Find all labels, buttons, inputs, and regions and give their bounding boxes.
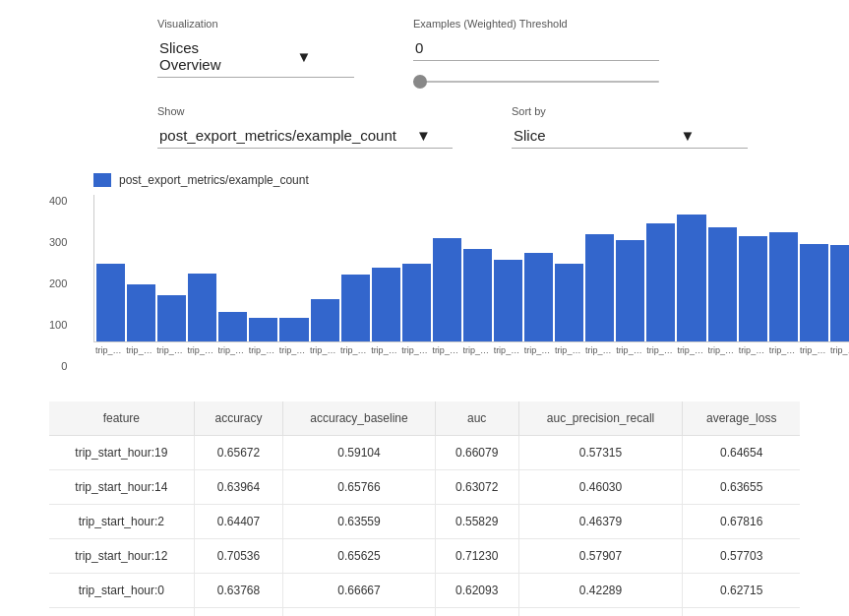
chart-bar[interactable]: [433, 238, 461, 341]
chart-bar[interactable]: [708, 227, 737, 341]
chart-bar[interactable]: [218, 312, 247, 341]
legend-label: post_export_metrics/example_count: [119, 173, 309, 187]
visualization-value: Slices Overview: [159, 39, 256, 73]
x-axis-label: trip_s...: [769, 345, 798, 355]
bars-container: [93, 195, 849, 342]
chart-section: post_export_metrics/example_count 400300…: [0, 163, 849, 382]
chart-legend: post_export_metrics/example_count: [93, 173, 819, 187]
x-axis-label: trip_s...: [340, 345, 369, 355]
legend-color-block: [93, 173, 111, 187]
threshold-slider-container: [413, 71, 659, 86]
show-dropdown[interactable]: post_export_metrics/example_count ▼: [157, 123, 453, 149]
table-column-header: feature: [49, 401, 194, 436]
bar-wrapper: [127, 284, 155, 341]
chart-bar[interactable]: [249, 318, 277, 341]
chart-bar[interactable]: [830, 245, 849, 341]
x-axis-label: trip_s...: [187, 345, 215, 355]
sortby-group: Sort by Slice ▼: [512, 105, 748, 149]
metric-cell: 0.66016: [194, 608, 283, 617]
x-labels: trip_s...trip_s...trip_s...trip_s...trip…: [93, 345, 849, 355]
bar-wrapper: [249, 318, 277, 341]
bar-wrapper: [341, 275, 370, 341]
show-arrow-icon: ▼: [396, 128, 451, 144]
table-row: trip_start_hour:190.656720.591040.660790…: [49, 436, 800, 470]
bar-wrapper: [402, 264, 431, 341]
metric-cell: 0.57703: [683, 539, 800, 574]
table-row: trip_start_hour:120.705360.656250.712300…: [49, 539, 800, 574]
bar-wrapper: [279, 318, 308, 341]
bar-wrapper: [769, 232, 798, 341]
metric-cell: 0.63768: [194, 574, 283, 608]
bar-wrapper: [372, 268, 400, 341]
data-table: featureaccuracyaccuracy_baselineaucauc_p…: [49, 401, 800, 616]
metric-cell: 0.65142: [683, 608, 800, 617]
metric-cell: 0.57315: [518, 436, 683, 470]
sortby-value: Slice: [514, 127, 630, 144]
table-row: trip_start_hour:20.644070.635590.558290.…: [49, 505, 800, 539]
x-axis-label: trip_s...: [432, 345, 460, 355]
chart-bar[interactable]: [616, 240, 644, 341]
chart-bar[interactable]: [494, 260, 522, 341]
chart-bar[interactable]: [585, 234, 614, 341]
chart-bar[interactable]: [524, 253, 553, 341]
metric-cell: 0.42289: [518, 574, 683, 608]
metric-cell: 0.65766: [283, 470, 435, 505]
y-axis-label: 200: [49, 277, 67, 289]
chart-bar[interactable]: [157, 295, 186, 341]
metric-cell: 0.66667: [283, 574, 435, 608]
metric-cell: 0.67816: [683, 505, 800, 539]
metric-cell: 0.63964: [194, 470, 283, 505]
sortby-arrow-icon: ▼: [630, 128, 746, 144]
chart-bar[interactable]: [372, 268, 400, 341]
chart-bar[interactable]: [279, 318, 308, 341]
bar-wrapper: [311, 299, 339, 341]
visualization-label: Visualization: [157, 18, 354, 30]
bar-wrapper: [494, 260, 522, 341]
sortby-label: Sort by: [512, 105, 748, 117]
metric-cell: 0.66079: [435, 436, 518, 470]
bar-wrapper: [830, 245, 849, 341]
chart-bar[interactable]: [402, 264, 431, 341]
y-axis-label: 100: [49, 319, 67, 331]
threshold-slider[interactable]: [413, 81, 659, 83]
metric-cell: 0.64654: [683, 436, 800, 470]
chart-bar[interactable]: [96, 264, 125, 341]
x-axis-label: trip_s...: [616, 345, 644, 355]
metric-cell: 0.57907: [518, 539, 683, 574]
metric-cell: 0.55829: [435, 505, 518, 539]
metric-cell: 0.64844: [283, 608, 435, 617]
chart-bar[interactable]: [800, 244, 828, 341]
sortby-dropdown[interactable]: Slice ▼: [512, 123, 748, 149]
bar-wrapper: [739, 236, 767, 341]
chart-bar[interactable]: [188, 274, 216, 341]
bar-wrapper: [677, 215, 705, 341]
metric-cell: 0.46030: [518, 470, 683, 505]
x-axis-label: trip_s...: [95, 345, 124, 355]
table-header-row: featureaccuracyaccuracy_baselineaucauc_p…: [49, 401, 800, 436]
chart-bar[interactable]: [127, 284, 155, 341]
chart-bar[interactable]: [341, 275, 370, 341]
y-axis-label: 0: [61, 360, 67, 372]
second-controls: Show post_export_metrics/example_count ▼…: [0, 95, 849, 158]
threshold-label: Examples (Weighted) Threshold: [413, 18, 659, 30]
chart-bar[interactable]: [311, 299, 339, 341]
show-label: Show: [157, 105, 453, 117]
chart-area: 4003002001000 trip_s...trip_s...trip_s..…: [93, 195, 849, 372]
bar-wrapper: [188, 274, 216, 341]
metric-cell: 0.58337: [435, 608, 518, 617]
bar-wrapper: [218, 312, 247, 341]
chart-bar[interactable]: [555, 264, 583, 341]
x-axis-label: trip_s...: [279, 345, 308, 355]
chart-bar[interactable]: [677, 215, 705, 341]
table-column-header: accuracy_baseline: [283, 401, 435, 436]
feature-cell: trip_start_hour:14: [49, 470, 194, 505]
chart-bar[interactable]: [739, 236, 767, 341]
x-axis-label: trip_s...: [218, 345, 247, 355]
metric-cell: 0.63559: [283, 505, 435, 539]
threshold-input[interactable]: [413, 35, 659, 61]
chart-bar[interactable]: [646, 223, 675, 341]
visualization-dropdown[interactable]: Slices Overview ▼: [157, 35, 354, 78]
chart-bar[interactable]: [463, 249, 492, 341]
x-axis-label: trip_s...: [371, 345, 399, 355]
chart-bar[interactable]: [769, 232, 798, 341]
